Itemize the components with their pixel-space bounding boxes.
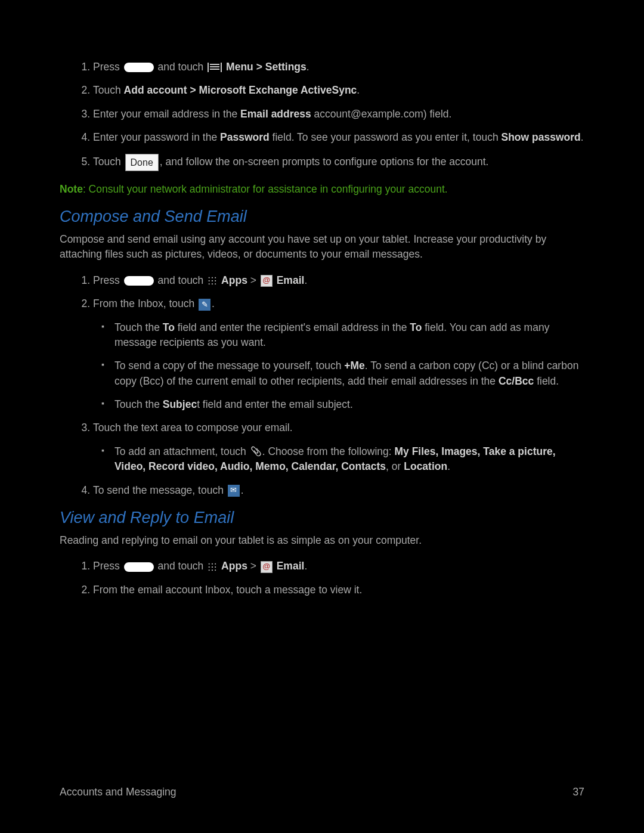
- page-footer: Accounts and Messaging 37: [60, 786, 584, 798]
- plus-me-bold: +Me: [344, 360, 365, 371]
- text: Enter your email address in the: [93, 108, 240, 120]
- bullet-me-ccbcc: To send a copy of the message to yoursel…: [114, 358, 584, 389]
- location-bold: Location: [404, 460, 447, 472]
- subject-bold: Subjec: [163, 398, 197, 410]
- text: From the email account Inbox, touch a me…: [93, 584, 362, 596]
- text: To send a copy of the message to yoursel…: [114, 360, 344, 371]
- to-bold: To: [163, 321, 175, 333]
- heading-view-reply: View and Reply to Email: [60, 509, 584, 527]
- setup-steps-list: Press and touch Menu > Settings. Touch A…: [60, 60, 584, 171]
- text: .: [304, 560, 307, 572]
- text: .: [304, 274, 307, 286]
- text: Press: [93, 61, 120, 73]
- text: and touch: [157, 274, 203, 286]
- setup-step-5: Touch Done, and follow the on-screen pro…: [93, 154, 584, 171]
- text: account@example.com) field.: [311, 108, 452, 120]
- compose-step-3-bullets: To add an attachment, touch . Choose fro…: [93, 444, 584, 475]
- compose-step-1: Press and touch Apps > Email.: [93, 273, 584, 288]
- text: >: [247, 560, 259, 572]
- text: t field and enter the email subject.: [197, 398, 353, 410]
- text: To send the message, touch: [93, 484, 227, 496]
- bullet-attachment: To add an attachment, touch . Choose fro…: [114, 444, 584, 475]
- note-text: : Consult your network administrator for…: [83, 183, 448, 195]
- text: field and enter the recipient's email ad…: [175, 321, 410, 333]
- email-bold: Email: [277, 560, 305, 572]
- text: , or: [386, 460, 404, 472]
- view-step-2: From the email account Inbox, touch a me…: [93, 583, 584, 597]
- done-button-icon: Done: [125, 154, 159, 171]
- text: .: [581, 131, 584, 143]
- text: , and follow the on-screen prompts to co…: [160, 156, 489, 168]
- text: To add an attachment, touch: [114, 445, 249, 457]
- bullet-subject: Touch the Subject field and enter the em…: [114, 397, 584, 412]
- bullet-to-field: Touch the To field and enter the recipie…: [114, 320, 584, 351]
- to-bold-2: To: [410, 321, 422, 333]
- text: and touch: [157, 61, 203, 73]
- apps-grid-icon: [208, 562, 217, 572]
- paperclip-icon: [250, 447, 261, 457]
- footer-page-number: 37: [573, 786, 584, 798]
- compose-steps-list: Press and touch Apps > Email. From the I…: [60, 273, 584, 498]
- view-intro: Reading and replying to email on your ta…: [60, 533, 584, 548]
- menu-icon: [208, 63, 222, 72]
- text: .: [357, 84, 360, 96]
- text: .: [241, 484, 244, 496]
- view-steps-list: Press and touch Apps > Email. From the e…: [60, 559, 584, 597]
- text: Touch the text area to compose your emai…: [93, 422, 293, 433]
- text: .: [306, 61, 309, 73]
- apps-grid-icon: [208, 276, 217, 286]
- text: Touch the: [114, 398, 163, 410]
- home-button-icon: [124, 276, 154, 286]
- text: Press: [93, 274, 120, 286]
- text: Touch: [93, 84, 124, 96]
- show-password-bold: Show password: [501, 131, 581, 143]
- note-label: Note: [60, 183, 83, 195]
- home-button-icon: [124, 562, 154, 572]
- email-app-icon: [261, 275, 273, 287]
- text: Touch: [93, 156, 124, 168]
- text: >: [247, 274, 259, 286]
- text: From the Inbox, touch: [93, 298, 197, 309]
- text: and touch: [157, 560, 203, 572]
- text: field.: [534, 375, 559, 387]
- view-step-1: Press and touch Apps > Email.: [93, 559, 584, 574]
- compose-step-3: Touch the text area to compose your emai…: [93, 420, 584, 474]
- compose-step-2: From the Inbox, touch . Touch the To fie…: [93, 296, 584, 412]
- email-bold: Email: [277, 274, 305, 286]
- setup-step-3: Enter your email address in the Email ad…: [93, 107, 584, 122]
- setup-step-2: Touch Add account > Microsoft Exchange A…: [93, 83, 584, 98]
- home-button-icon: [124, 63, 154, 72]
- send-icon: [228, 485, 240, 497]
- email-app-icon: [261, 561, 273, 573]
- password-bold: Password: [220, 131, 270, 143]
- ccbcc-bold: Cc/Bcc: [499, 375, 534, 387]
- menu-settings-bold: Menu > Settings: [226, 61, 306, 73]
- setup-step-1: Press and touch Menu > Settings.: [93, 60, 584, 75]
- text: .: [212, 298, 215, 309]
- apps-bold: Apps: [221, 274, 247, 286]
- text: Touch the: [114, 321, 163, 333]
- compose-step-2-bullets: Touch the To field and enter the recipie…: [93, 320, 584, 413]
- apps-bold: Apps: [221, 560, 247, 572]
- note-line: Note: Consult your network administrator…: [60, 182, 584, 197]
- compose-step-4: To send the message, touch .: [93, 483, 584, 498]
- heading-compose: Compose and Send Email: [60, 208, 584, 226]
- compose-icon: [199, 299, 210, 311]
- compose-intro: Compose and send email using any account…: [60, 232, 584, 262]
- text: .: [447, 460, 450, 472]
- text: Enter your password in the: [93, 131, 220, 143]
- text: . Choose from the following:: [262, 445, 395, 457]
- text: field. To see your password as you enter…: [270, 131, 501, 143]
- setup-step-4: Enter your password in the Password fiel…: [93, 130, 584, 145]
- add-account-bold: Add account > Microsoft Exchange ActiveS…: [124, 84, 357, 96]
- footer-section: Accounts and Messaging: [60, 786, 177, 798]
- text: Press: [93, 560, 120, 572]
- document-page: Press and touch Menu > Settings. Touch A…: [0, 0, 644, 833]
- email-address-bold: Email address: [240, 108, 311, 120]
